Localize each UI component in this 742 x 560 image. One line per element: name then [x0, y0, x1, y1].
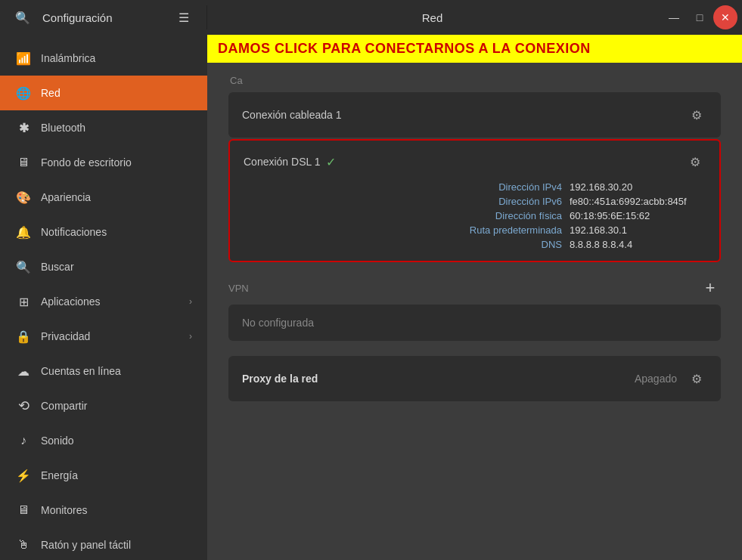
sidebar-item-label: Inalámbrica [41, 52, 95, 64]
sidebar-item-label: Energía [41, 469, 78, 481]
checkmark-icon: ✓ [326, 155, 336, 169]
ipv6-row: Dirección IPv6 fe80::451a:6992:acbb:845f [251, 196, 706, 207]
dsl-connection-card[interactable]: Conexión DSL 1 ✓ ⚙ Dirección IPv4 192.16… [228, 139, 721, 262]
main-layout: 📶 Inalámbrica 🌐 Red ✱ Bluetooth 🖥 Fondo … [0, 35, 742, 560]
ipv6-label: Dirección IPv6 [441, 196, 562, 207]
apps-icon: ⊞ [15, 293, 32, 310]
sidebar-item-label: Bluetooth [41, 122, 85, 134]
vpn-add-button[interactable]: + [700, 277, 721, 299]
sidebar-item-label: Notificaciones [41, 226, 107, 238]
proxy-status: Apagado [635, 373, 677, 385]
share-icon: ⟲ [15, 398, 32, 414]
dsl-settings-button[interactable]: ⚙ [685, 151, 706, 172]
sidebar-item-fondo[interactable]: 🖥 Fondo de escritorio [0, 145, 207, 180]
search-icon: 🔍 [15, 258, 32, 275]
chevron-right-icon: › [189, 296, 192, 307]
dsl-connection-name: Conexión DSL 1 [244, 156, 320, 168]
dns-value: 8.8.8.8 8.8.4.4 [570, 239, 706, 250]
lock-icon: 🔒 [15, 328, 32, 345]
bluetooth-icon: ✱ [15, 119, 32, 136]
sidebar-item-label: Privacidad [41, 330, 90, 342]
dns-label: DNS [441, 239, 562, 250]
sidebar-item-label: Apariencia [41, 191, 91, 203]
annotation-text: DAMOS CLICK PARA CONECTARNOS A LA CONEXI… [218, 41, 591, 56]
dsl-header: Conexión DSL 1 ✓ ⚙ [244, 151, 706, 172]
sound-icon: ♪ [15, 432, 32, 449]
wired-connection-name: Conexión cableada 1 [242, 109, 686, 121]
annotation-banner: DAMOS CLICK PARA CONECTARNOS A LA CONEXI… [207, 35, 742, 63]
close-button[interactable]: ✕ [713, 5, 737, 29]
window-title: Red [422, 11, 443, 24]
wired-connection-item[interactable]: Conexión cableada 1 ⚙ [228, 92, 721, 138]
sidebar-item-label: Compartir [41, 400, 87, 412]
desktop-icon: 🖥 [15, 154, 32, 171]
route-row: Ruta predeterminada 192.168.30.1 [251, 224, 706, 236]
power-icon: ⚡ [15, 467, 32, 484]
sidebar-item-privacidad[interactable]: 🔒 Privacidad › [0, 319, 207, 354]
sidebar-item-label: Sonido [41, 435, 74, 447]
sidebar-item-label: Red [41, 87, 61, 99]
wifi-icon: 📶 [15, 50, 32, 67]
sidebar-item-sonido[interactable]: ♪ Sonido [0, 423, 207, 458]
ipv4-row: Dirección IPv4 192.168.30.20 [251, 181, 706, 193]
mac-row: Dirección física 60:18:95:6E:15:62 [251, 210, 706, 221]
search-button[interactable]: 🔍 [11, 5, 35, 29]
proxy-item[interactable]: Proxy de la red Apagado ⚙ [228, 356, 721, 401]
route-label: Ruta predeterminada [441, 224, 562, 236]
section-cable-title: Ca [228, 75, 721, 86]
titlebar-left: 🔍 Configuración ☰ [0, 5, 207, 29]
network-icon: 🌐 [15, 85, 32, 101]
sidebar-item-label: Ratón y panel táctil [41, 539, 131, 551]
sidebar-item-buscar[interactable]: 🔍 Buscar [0, 249, 207, 284]
menu-button[interactable]: ☰ [172, 5, 196, 29]
vpn-title: VPN [228, 283, 700, 294]
sidebar: 📶 Inalámbrica 🌐 Red ✱ Bluetooth 🖥 Fondo … [0, 35, 207, 560]
proxy-title: Proxy de la red [242, 373, 635, 385]
ipv4-label: Dirección IPv4 [441, 181, 562, 193]
maximize-button[interactable]: □ [688, 5, 712, 29]
cloud-icon: ☁ [15, 363, 32, 379]
sidebar-item-red[interactable]: 🌐 Red [0, 76, 207, 110]
mouse-icon: 🖱 [15, 537, 32, 553]
sidebar-item-inalambrica[interactable]: 📶 Inalámbrica [0, 41, 207, 76]
proxy-settings-button[interactable]: ⚙ [686, 368, 707, 389]
sidebar-item-label: Aplicaciones [41, 295, 101, 308]
sidebar-item-label: Fondo de escritorio [41, 156, 132, 169]
vpn-header: VPN + [228, 277, 721, 299]
bell-icon: 🔔 [15, 224, 32, 240]
sidebar-item-label: Monitores [41, 504, 87, 516]
ipv6-value: fe80::451a:6992:acbb:845f [570, 196, 706, 207]
sidebar-item-aplicaciones[interactable]: ⊞ Aplicaciones › [0, 284, 207, 319]
titlebar-center: Red [207, 11, 657, 24]
sidebar-item-notificaciones[interactable]: 🔔 Notificaciones [0, 215, 207, 249]
sidebar-item-label: Buscar [41, 261, 74, 273]
mac-label: Dirección física [441, 210, 562, 221]
chevron-right-icon: › [189, 331, 192, 342]
sidebar-item-compartir[interactable]: ⟲ Compartir [0, 388, 207, 423]
sidebar-item-monitores[interactable]: 🖥 Monitores [0, 493, 207, 528]
route-value: 192.168.30.1 [570, 224, 706, 236]
ipv4-value: 192.168.30.20 [570, 181, 706, 193]
titlebar-right: — □ ✕ [657, 5, 742, 29]
dsl-info: Dirección IPv4 192.168.30.20 Dirección I… [244, 181, 706, 250]
monitor-icon: 🖥 [15, 502, 32, 518]
sidebar-item-bluetooth[interactable]: ✱ Bluetooth [0, 110, 207, 145]
mac-value: 60:18:95:6E:15:62 [570, 210, 706, 221]
sidebar-item-apariencia[interactable]: 🎨 Apariencia [0, 180, 207, 215]
sidebar-item-energia[interactable]: ⚡ Energía [0, 458, 207, 493]
app-title: Configuración [42, 11, 113, 24]
dns-row: DNS 8.8.8.8 8.8.4.4 [251, 239, 706, 250]
vpn-empty-label: No configurada [228, 305, 721, 341]
sidebar-item-label: Cuentas en línea [41, 365, 121, 377]
sidebar-item-raton[interactable]: 🖱 Ratón y panel táctil [0, 528, 207, 560]
minimize-button[interactable]: — [662, 5, 686, 29]
titlebar: 🔍 Configuración ☰ Red — □ ✕ [0, 0, 742, 35]
sidebar-item-cuentas[interactable]: ☁ Cuentas en línea [0, 354, 207, 388]
content-area: DAMOS CLICK PARA CONECTARNOS A LA CONEXI… [207, 35, 742, 560]
wired-settings-button[interactable]: ⚙ [686, 104, 707, 125]
appearance-icon: 🎨 [15, 189, 32, 206]
